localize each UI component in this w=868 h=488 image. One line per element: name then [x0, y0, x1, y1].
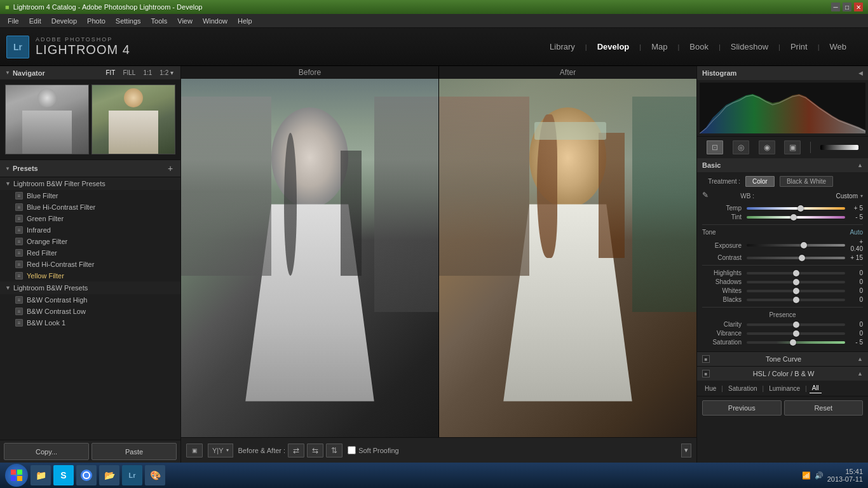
tab-slideshow[interactable]: Slideshow — [722, 39, 777, 54]
temp-slider-track[interactable] — [747, 207, 845, 210]
taskbar-explorer[interactable]: 📁 — [31, 465, 51, 485]
tab-print[interactable]: Print — [782, 39, 817, 54]
tint-slider-thumb[interactable] — [790, 214, 797, 220]
reset-button[interactable]: Reset — [784, 400, 864, 416]
navigator-thumb-color[interactable] — [92, 85, 175, 154]
hsl-tab-luminance[interactable]: Luminance — [766, 384, 803, 393]
taskbar-paint[interactable]: 🎨 — [145, 465, 165, 485]
tab-web[interactable]: Web — [821, 39, 856, 54]
start-button[interactable] — [5, 464, 28, 487]
preset-orange-filter[interactable]: Orange Filter — [0, 236, 180, 247]
menu-photo[interactable]: Photo — [82, 16, 111, 26]
tab-develop[interactable]: Develop — [588, 39, 639, 54]
tab-library[interactable]: Library — [541, 39, 584, 54]
maximize-btn[interactable]: □ — [843, 3, 851, 11]
tab-map[interactable]: Map — [642, 39, 676, 54]
blacks-slider-thumb[interactable] — [793, 297, 799, 303]
hsl-tab-saturation[interactable]: Saturation — [726, 384, 760, 393]
contrast-slider-track[interactable] — [747, 257, 845, 259]
tint-slider-track[interactable] — [747, 216, 845, 219]
window-controls[interactable]: ─ □ ✕ — [831, 3, 863, 11]
basic-header[interactable]: Basic ▲ — [697, 158, 868, 172]
swap-btn[interactable]: ⇄ — [288, 444, 304, 458]
preset-group-bw-filter-header[interactable]: ▼ Lightroom B&W Filter Presets — [0, 177, 180, 190]
preset-red-filter[interactable]: Red Filter — [0, 247, 180, 259]
close-btn[interactable]: ✕ — [854, 3, 863, 11]
wb-eyedropper[interactable]: ✎ — [702, 191, 712, 201]
preset-green-filter[interactable]: Green Filter — [0, 213, 180, 224]
before-photo-container[interactable] — [181, 79, 438, 437]
taskbar-chrome[interactable] — [76, 465, 97, 485]
exposure-slider-track[interactable] — [747, 244, 845, 247]
menu-tools[interactable]: Tools — [146, 16, 173, 26]
menu-help[interactable]: Help — [233, 16, 257, 26]
auto-btn[interactable]: Auto — [850, 229, 863, 236]
preset-blue-filter[interactable]: Blue Filter — [0, 190, 180, 201]
navigator-thumb-bw[interactable] — [5, 85, 89, 154]
menu-file[interactable]: File — [3, 16, 24, 26]
taskbar-skype[interactable]: S — [53, 465, 74, 485]
vibrance-slider-thumb[interactable] — [793, 330, 799, 337]
navigator-header[interactable]: ▼ Navigator FIT FILL 1:1 1:2 ▾ — [0, 66, 180, 79]
zoom-1-2[interactable]: 1:2 ▾ — [158, 69, 175, 77]
minimize-btn[interactable]: ─ — [831, 3, 840, 11]
soft-proofing[interactable]: Soft Proofing — [348, 446, 399, 454]
vibrance-slider-track[interactable] — [747, 332, 845, 335]
shadows-slider-track[interactable] — [747, 281, 845, 283]
presets-title[interactable]: ▼ Presets — [5, 165, 38, 172]
after-photo-container[interactable] — [439, 79, 696, 437]
clarity-slider-track[interactable] — [747, 323, 845, 326]
preset-infrared[interactable]: Infrared — [0, 224, 180, 236]
preset-bw-contrast-low[interactable]: B&W Contrast Low — [0, 306, 180, 317]
preset-yellow-filter[interactable]: Yellow Filter — [0, 270, 180, 281]
tone-curve-collapse-btn[interactable]: ■ — [702, 355, 710, 363]
menu-edit[interactable]: Edit — [24, 16, 46, 26]
swap-orientation-btn[interactable]: ⇅ — [326, 444, 342, 458]
menu-develop[interactable]: Develop — [46, 16, 82, 26]
crop-tool[interactable]: ⊡ — [707, 140, 723, 154]
hsl-tab-all[interactable]: All — [810, 383, 822, 393]
menu-settings[interactable]: Settings — [111, 16, 146, 26]
spot-removal-tool[interactable]: ◎ — [733, 140, 749, 154]
whites-slider-thumb[interactable] — [793, 288, 799, 294]
preset-bw-look-1[interactable]: B&W Look 1 — [0, 317, 180, 329]
zoom-fill[interactable]: FILL — [121, 69, 137, 77]
taskbar-files[interactable]: 📂 — [99, 465, 119, 485]
expand-btn[interactable]: ▾ — [681, 444, 691, 458]
tone-preview-slider[interactable] — [820, 145, 858, 150]
copy-button[interactable]: Copy... — [4, 443, 89, 460]
shadows-slider-thumb[interactable] — [793, 279, 799, 285]
zoom-1-1[interactable]: 1:1 — [141, 69, 154, 77]
redeye-tool[interactable]: ◉ — [759, 140, 775, 154]
exposure-slider-thumb[interactable] — [801, 242, 807, 248]
menu-window[interactable]: Window — [198, 16, 233, 26]
color-treatment-btn[interactable]: Color — [745, 176, 775, 187]
taskbar-lightroom[interactable]: Lr — [122, 465, 142, 485]
blacks-slider-track[interactable] — [747, 299, 845, 301]
preset-blue-hi-contrast[interactable]: Blue Hi-Contrast Filter — [0, 201, 180, 213]
menu-view[interactable]: View — [172, 16, 198, 26]
histogram-header[interactable]: Histogram ◀ — [697, 66, 868, 80]
saturation-slider-thumb[interactable] — [790, 339, 796, 346]
tone-curve-header[interactable]: ■ Tone Curve ▲ — [697, 352, 868, 366]
hsl-collapse-btn[interactable]: ■ — [702, 370, 710, 377]
contrast-slider-thumb[interactable] — [799, 255, 805, 261]
preset-bw-contrast-high[interactable]: B&W Contrast High — [0, 294, 180, 306]
paste-button[interactable]: Paste — [92, 443, 177, 460]
previous-button[interactable]: Previous — [702, 400, 782, 416]
hsl-header[interactable]: ■ HSL / Color / B & W ▲ — [697, 367, 868, 381]
yy-dropdown[interactable]: Y|Y ▾ — [208, 444, 233, 458]
zoom-fit[interactable]: FIT — [104, 69, 117, 77]
highlights-slider-track[interactable] — [747, 272, 845, 274]
clarity-slider-thumb[interactable] — [793, 322, 799, 328]
preset-group-bw-header[interactable]: ▼ Lightroom B&W Presets — [0, 281, 180, 294]
whites-slider-track[interactable] — [747, 290, 845, 292]
highlights-slider-thumb[interactable] — [793, 270, 799, 276]
hsl-tab-hue[interactable]: Hue — [702, 384, 719, 393]
temp-slider-thumb[interactable] — [797, 205, 804, 212]
saturation-slider-track[interactable] — [747, 341, 845, 344]
add-preset-btn[interactable]: + — [165, 163, 175, 173]
view-single-btn[interactable]: ▣ — [186, 444, 203, 458]
bw-treatment-btn[interactable]: Black & White — [780, 176, 833, 187]
grad-filter-tool[interactable]: ▣ — [784, 140, 801, 154]
